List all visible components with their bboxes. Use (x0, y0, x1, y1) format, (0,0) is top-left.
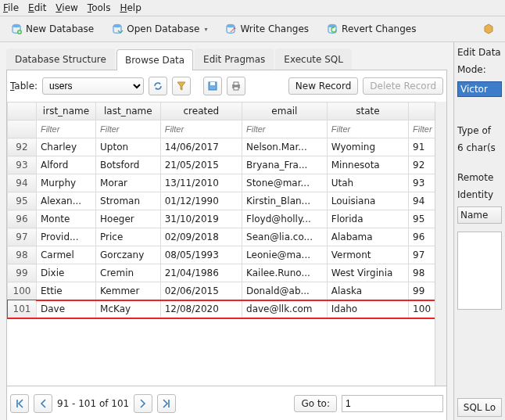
col-first-name[interactable]: irst_name (36, 102, 95, 120)
cell[interactable]: Gorczany (96, 246, 161, 264)
goto-input[interactable] (342, 395, 443, 412)
menu-view[interactable]: View (56, 2, 77, 13)
cell[interactable]: Upton (96, 138, 161, 156)
col-created[interactable]: created (160, 102, 242, 120)
cell[interactable]: Murphy (36, 174, 95, 192)
table-row[interactable]: 99DixieCremin21/04/1986Kailee.Runo...Wes… (8, 264, 446, 282)
row-number[interactable]: 94 (8, 174, 37, 192)
data-table[interactable]: irst_name last_name created email state (7, 102, 446, 318)
cell[interactable]: dave@llk.com (242, 300, 328, 318)
cell[interactable]: 08/05/1993 (160, 246, 242, 264)
cell[interactable]: Nelson.Mar... (242, 138, 328, 156)
cell[interactable]: West Virginia (327, 264, 408, 282)
cell[interactable]: 12/08/2020 (160, 300, 242, 318)
row-number[interactable]: 100 (8, 282, 37, 300)
table-row[interactable]: 96MonteHoeger31/10/2019Floyd@holly...Flo… (8, 210, 446, 228)
cell[interactable]: Idaho (327, 300, 408, 318)
row-number[interactable]: 98 (8, 246, 37, 264)
cell[interactable]: Cremin (96, 264, 161, 282)
tab-database-structure[interactable]: Database Structure (6, 48, 115, 70)
cell[interactable]: Florida (327, 210, 408, 228)
new-record-button[interactable]: New Record (288, 77, 358, 95)
filter-email[interactable] (246, 124, 323, 134)
cell[interactable]: 02/06/2015 (160, 282, 242, 300)
first-page-button[interactable] (10, 394, 29, 413)
row-number[interactable]: 96 (8, 210, 37, 228)
cell[interactable]: Alabama (327, 228, 408, 246)
dropdown-arrow-icon[interactable]: ▾ (204, 26, 207, 33)
table-row[interactable]: 94MurphyMorar13/11/2010Stone@mar...Utah9… (8, 174, 446, 192)
cell[interactable]: 01/12/1990 (160, 192, 242, 210)
goto-button[interactable]: Go to: (294, 395, 337, 412)
last-page-button[interactable] (157, 394, 176, 413)
row-number[interactable]: 95 (8, 192, 37, 210)
row-number[interactable]: 93 (8, 156, 37, 174)
table-row[interactable]: 93AlfordBotsford21/05/2015Bryana_Fra...M… (8, 156, 446, 174)
col-state[interactable]: state (327, 102, 408, 120)
table-row[interactable]: 95Alexan...Stroman01/12/1990Kirstin_Blan… (8, 192, 446, 210)
col-last-name[interactable]: last_name (96, 102, 161, 120)
filter-state[interactable] (331, 124, 404, 134)
row-number[interactable]: 97 (8, 228, 37, 246)
cell[interactable]: Kemmer (96, 282, 161, 300)
truncated-button[interactable] (477, 20, 500, 38)
prev-page-button[interactable] (34, 394, 52, 413)
cell[interactable]: Bryana_Fra... (242, 156, 328, 174)
cell[interactable]: Provid... (36, 228, 95, 246)
cell[interactable]: Floyd@holly... (242, 210, 328, 228)
cell[interactable]: Price (96, 228, 161, 246)
cell[interactable]: Hoeger (96, 210, 161, 228)
cell[interactable]: Utah (327, 174, 408, 192)
revert-changes-button[interactable]: Revert Changes (321, 20, 421, 38)
cell[interactable]: Kailee.Runo... (242, 264, 328, 282)
next-page-button[interactable] (134, 394, 152, 413)
clear-filters-button[interactable] (172, 77, 191, 95)
cell[interactable]: Vermont (327, 246, 408, 264)
cell[interactable]: Alaska (327, 282, 408, 300)
cell[interactable]: Kirstin_Blan... (242, 192, 328, 210)
cell[interactable]: Dixie (36, 264, 95, 282)
row-number[interactable]: 99 (8, 264, 37, 282)
cell[interactable]: Morar (96, 174, 161, 192)
tab-browse-data[interactable]: Browse Data (116, 49, 193, 70)
table-select[interactable]: users (42, 77, 144, 95)
tab-execute-sql[interactable]: Execute SQL (275, 48, 352, 70)
refresh-button[interactable] (149, 77, 167, 95)
filter-first-name[interactable] (41, 124, 91, 134)
cell[interactable]: Botsford (96, 156, 161, 174)
table-row[interactable]: 101DaveMcKay12/08/2020dave@llk.comIdaho1… (8, 300, 446, 318)
cell[interactable]: Ettie (36, 282, 95, 300)
cell[interactable]: 31/10/2019 (160, 210, 242, 228)
cell[interactable]: Carmel (36, 246, 95, 264)
menu-help[interactable]: Help (120, 2, 141, 13)
cell[interactable]: Stone@mar... (242, 174, 328, 192)
cell[interactable]: Monte (36, 210, 95, 228)
cell[interactable]: Wyoming (327, 138, 408, 156)
menu-edit[interactable]: Edit (28, 2, 46, 13)
menu-file[interactable]: File (3, 2, 19, 13)
cell[interactable]: 21/04/1986 (160, 264, 242, 282)
print-button[interactable] (227, 77, 245, 95)
cell[interactable]: Louisiana (327, 192, 408, 210)
table-row[interactable]: 100EttieKemmer02/06/2015Donald@ab...Alas… (8, 282, 446, 300)
cell[interactable]: McKay (96, 300, 161, 318)
row-number[interactable]: 101 (8, 300, 37, 318)
cell[interactable]: Donald@ab... (242, 282, 328, 300)
vertical-scrollbar[interactable] (435, 102, 446, 386)
cell[interactable]: 02/09/2018 (160, 228, 242, 246)
cell[interactable]: Leonie@ma... (242, 246, 328, 264)
cell[interactable]: Stroman (96, 192, 161, 210)
menu-tools[interactable]: Tools (88, 2, 111, 13)
sql-log-button[interactable]: SQL Lo (457, 398, 502, 417)
tab-edit-pragmas[interactable]: Edit Pragmas (195, 48, 274, 70)
cell[interactable]: Charley (36, 138, 95, 156)
col-email[interactable]: email (242, 102, 328, 120)
write-changes-button[interactable]: Write Changes (219, 20, 314, 38)
cell[interactable]: Sean@lia.co... (242, 228, 328, 246)
cell[interactable]: Minnesota (327, 156, 408, 174)
new-database-button[interactable]: New Database (5, 20, 99, 38)
cell[interactable]: Dave (36, 300, 95, 318)
filter-created[interactable] (165, 124, 238, 134)
cell[interactable]: Alford (36, 156, 95, 174)
cell[interactable]: 14/06/2017 (160, 138, 242, 156)
